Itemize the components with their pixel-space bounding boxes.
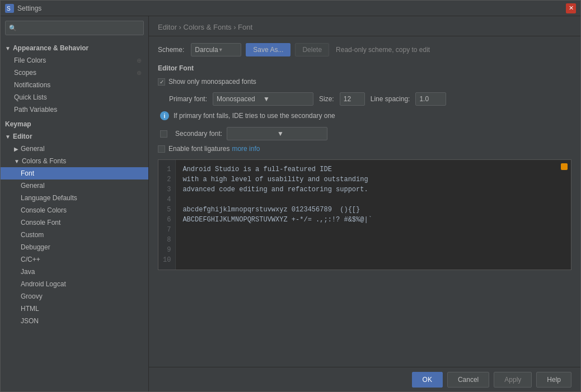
info-icon: i	[160, 111, 169, 120]
save-as-button[interactable]: Save As...	[246, 43, 290, 56]
search-box[interactable]: 🔍	[5, 21, 144, 35]
secondary-font-chevron-icon: ▼	[277, 130, 324, 138]
window-title: Settings	[17, 4, 566, 12]
line-numbers: 1 2 3 4 5 6 7 8 9 10	[158, 160, 176, 270]
expand-arrow-appearance: ▼	[5, 45, 11, 51]
line-spacing-label: Line spacing:	[371, 95, 410, 103]
sidebar-item-json[interactable]: JSON	[1, 315, 148, 327]
code-preview: Android Studio is a full-featured IDE wi…	[176, 160, 571, 270]
delete-button[interactable]: Delete	[295, 43, 329, 56]
settings-content: Scheme: Darcula ▼ Save As... Delete Read…	[149, 36, 580, 367]
sidebar-item-general-sub[interactable]: General	[1, 180, 148, 192]
info-row: i If primary font fails, IDE tries to us…	[158, 111, 571, 120]
search-icon: 🔍	[9, 25, 17, 32]
secondary-font-label: Secondary font:	[175, 130, 222, 138]
primary-font-label: Primary font:	[169, 95, 207, 103]
app-icon: S	[5, 4, 14, 13]
sidebar-item-language-defaults[interactable]: Language Defaults	[1, 192, 148, 204]
ligatures-label: Enable font ligatures	[168, 145, 229, 153]
footer: OK Cancel Apply Help	[149, 367, 580, 391]
sidebar-item-custom[interactable]: Custom	[1, 229, 148, 241]
size-input[interactable]	[340, 92, 365, 106]
primary-font-row: Primary font: Monospaced ▼ Size: Line sp…	[158, 92, 571, 106]
sidebar-item-path-variables[interactable]: Path Variables	[1, 103, 148, 116]
ligatures-row: Enable font ligatures more info	[158, 145, 571, 153]
apply-button[interactable]: Apply	[494, 372, 532, 388]
primary-font-chevron-icon: ▼	[263, 95, 310, 103]
size-label: Size:	[319, 95, 334, 103]
monospaced-checkbox[interactable]	[158, 78, 165, 86]
sidebar-item-appearance-behavior[interactable]: ▼ Appearance & Behavior	[1, 42, 148, 54]
info-text: If primary font fails, IDE tries to use …	[174, 112, 335, 120]
sidebar-item-general[interactable]: ▶ General	[1, 143, 148, 155]
readonly-text: Read-only scheme, copy to edit	[336, 46, 430, 54]
preview-area: 1 2 3 4 5 6 7 8 9 10 Android Studio is a…	[158, 159, 571, 270]
chevron-down-icon: ▼	[218, 47, 238, 53]
settings-window: S Settings ✕ 🔍 ▼ Appearance & Behavior F…	[0, 0, 581, 392]
expand-arrow-general: ▶	[14, 146, 18, 152]
secondary-font-row: Secondary font: ▼	[158, 127, 571, 140]
copy-icon-scopes: ⊕	[137, 69, 142, 77]
more-info-link[interactable]: more info	[232, 145, 260, 153]
breadcrumb: Editor › Colors & Fonts › Font	[149, 16, 580, 36]
sidebar-item-file-colors[interactable]: File Colors ⊕	[1, 54, 148, 67]
close-button[interactable]: ✕	[566, 3, 576, 13]
ok-button[interactable]: OK	[412, 372, 443, 388]
sidebar-item-java[interactable]: Java	[1, 266, 148, 278]
sidebar-item-groovy[interactable]: Groovy	[1, 290, 148, 303]
sidebar-item-debugger[interactable]: Debugger	[1, 241, 148, 253]
sidebar: 🔍 ▼ Appearance & Behavior File Colors ⊕ …	[1, 16, 149, 391]
ligatures-checkbox[interactable]	[158, 145, 165, 153]
sidebar-item-cpp[interactable]: C/C++	[1, 253, 148, 266]
monospaced-label: Show only monospaced fonts	[168, 78, 256, 86]
sidebar-item-console-colors[interactable]: Console Colors	[1, 204, 148, 216]
sidebar-item-scopes[interactable]: Scopes ⊕	[1, 67, 148, 79]
sidebar-item-font[interactable]: Font	[1, 167, 148, 180]
sidebar-item-console-font[interactable]: Console Font	[1, 216, 148, 229]
sidebar-item-quick-lists[interactable]: Quick Lists	[1, 91, 148, 103]
expand-arrow-editor: ▼	[5, 134, 11, 140]
titlebar: S Settings ✕	[1, 1, 580, 16]
secondary-font-checkbox[interactable]	[160, 130, 167, 138]
scheme-row: Scheme: Darcula ▼ Save As... Delete Read…	[158, 43, 571, 56]
sidebar-section-appearance: ▼ Appearance & Behavior File Colors ⊕ Sc…	[1, 40, 148, 118]
monospaced-row: Show only monospaced fonts	[158, 78, 571, 86]
search-input[interactable]	[19, 24, 140, 32]
sidebar-item-android-logcat[interactable]: Android Logcat	[1, 278, 148, 290]
scheme-label: Scheme:	[158, 46, 184, 54]
copy-icon-file-colors: ⊕	[137, 57, 142, 64]
help-button[interactable]: Help	[536, 372, 571, 388]
cancel-button[interactable]: Cancel	[447, 372, 489, 388]
sidebar-item-colors-fonts[interactable]: ▼ Colors & Fonts	[1, 155, 148, 167]
expand-arrow-colors-fonts: ▼	[14, 158, 20, 164]
sidebar-item-keymap[interactable]: Keymap	[1, 118, 148, 130]
main-panel: Editor › Colors & Fonts › Font Scheme: D…	[149, 16, 580, 391]
line-spacing-input[interactable]	[415, 92, 446, 106]
primary-font-dropdown[interactable]: Monospaced ▼	[213, 92, 313, 106]
sidebar-item-notifications[interactable]: Notifications	[1, 79, 148, 91]
scheme-dropdown[interactable]: Darcula ▼	[191, 43, 241, 56]
sidebar-item-html[interactable]: HTML	[1, 303, 148, 315]
orange-indicator	[561, 163, 568, 170]
editor-font-title: Editor Font	[158, 64, 571, 72]
sidebar-item-editor[interactable]: ▼ Editor	[1, 130, 148, 143]
svg-text:S: S	[7, 6, 11, 12]
secondary-font-dropdown[interactable]: ▼	[227, 127, 327, 140]
